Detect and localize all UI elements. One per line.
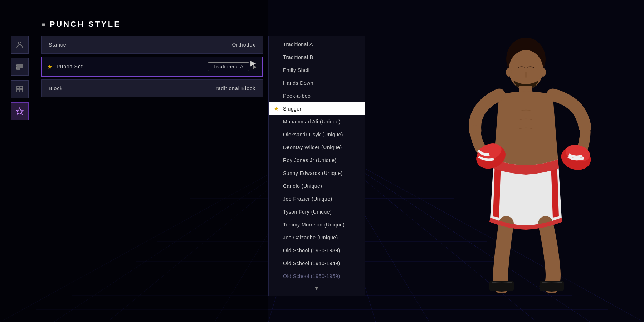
block-value: Traditional Block bbox=[213, 86, 255, 91]
svg-rect-22 bbox=[16, 65, 23, 66]
dropdown-item-hands-down[interactable]: ★ Hands Down bbox=[269, 77, 365, 89]
dropdown-item-tommy-morrison-star: ★ bbox=[274, 222, 279, 228]
dropdown-item-deontay-wilder-label: Deontay Wilder (Unique) bbox=[283, 145, 342, 150]
dropdown-item-muhammad-ali[interactable]: ★ Muhammad Ali (Unique) bbox=[269, 115, 365, 128]
dropdown-item-philly-shell[interactable]: ★ Philly Shell bbox=[269, 64, 365, 77]
dropdown-item-sunny-edwards[interactable]: ★ Sunny Edwards (Unique) bbox=[269, 167, 365, 180]
dropdown-item-roy-jones-jr-label: Roy Jones Jr (Unique) bbox=[283, 157, 337, 163]
main-content: Stance Orthodox ★ Punch Set Traditional … bbox=[41, 36, 263, 100]
dropdown-item-tommy-morrison-label: Tommy Morrison (Unique) bbox=[283, 222, 345, 228]
svg-rect-27 bbox=[17, 89, 19, 92]
menu-icon: ≡ bbox=[41, 20, 47, 29]
svg-rect-25 bbox=[17, 86, 19, 89]
dropdown-item-oleksandr-usyk-star: ★ bbox=[274, 132, 279, 137]
dropdown-item-oleksandr-usyk-label: Oleksandr Usyk (Unique) bbox=[283, 132, 343, 137]
svg-marker-29 bbox=[16, 108, 23, 114]
dropdown-item-canelo-star: ★ bbox=[274, 183, 279, 189]
svg-point-21 bbox=[18, 42, 21, 45]
sidebar-item-style[interactable] bbox=[11, 58, 29, 76]
dropdown-item-muhammad-ali-star: ★ bbox=[274, 119, 279, 125]
dropdown-item-tyson-fury-label: Tyson Fury (Unique) bbox=[283, 209, 332, 215]
sidebar-item-equipment[interactable] bbox=[11, 80, 29, 98]
dropdown-menu: ★ Traditional A ★ Traditional B ★ Philly… bbox=[268, 36, 365, 296]
dropdown-item-old-school-1930-label: Old School (1930-1939) bbox=[283, 248, 340, 253]
stance-value: Orthodox bbox=[232, 42, 255, 48]
dropdown-item-joe-calzaghe-label: Joe Calzaghe (Unique) bbox=[283, 235, 338, 240]
dropdown-item-old-school-1950-label: Old School (1950-1959) bbox=[283, 273, 340, 279]
punch-set-row[interactable]: ★ Punch Set Traditional A ▶ bbox=[41, 57, 263, 77]
dropdown-item-deontay-wilder-star: ★ bbox=[274, 145, 279, 150]
dropdown-item-joe-calzaghe[interactable]: ★ Joe Calzaghe (Unique) bbox=[269, 231, 365, 244]
dropdown-item-old-school-1930[interactable]: ★ Old School (1930-1939) bbox=[269, 244, 365, 257]
dropdown-item-old-school-1950-star: ★ bbox=[274, 273, 279, 279]
dropdown-item-roy-jones-jr-star: ★ bbox=[274, 157, 279, 163]
dropdown-item-canelo-label: Canelo (Unique) bbox=[283, 183, 322, 189]
dropdown-item-sunny-edwards-star: ★ bbox=[274, 170, 279, 176]
dropdown-item-traditional-a-label: Traditional A bbox=[283, 42, 313, 47]
page-title-text: PUNCH STYLE bbox=[50, 20, 121, 29]
nav-arrow-button[interactable]: ▶ bbox=[250, 59, 256, 67]
dropdown-item-slugger[interactable]: ★ Slugger bbox=[269, 102, 365, 115]
stance-row[interactable]: Stance Orthodox bbox=[41, 36, 263, 54]
dropdown-item-old-school-1950[interactable]: ★ Old School (1950-1959) bbox=[269, 270, 365, 283]
dropdown-item-traditional-a[interactable]: ★ Traditional A bbox=[269, 38, 365, 51]
sidebar bbox=[11, 36, 29, 120]
dropdown-item-roy-jones-jr[interactable]: ★ Roy Jones Jr (Unique) bbox=[269, 154, 365, 167]
dropdown-item-joe-frazier-label: Joe Frazier (Unique) bbox=[283, 196, 332, 202]
dropdown-item-old-school-1940[interactable]: ★ Old School (1940-1949) bbox=[269, 257, 365, 270]
dropdown-item-traditional-b-label: Traditional B bbox=[283, 54, 313, 60]
dropdown-item-tommy-morrison[interactable]: ★ Tommy Morrison (Unique) bbox=[269, 218, 365, 231]
dropdown-item-philly-shell-star: ★ bbox=[274, 67, 279, 73]
block-row[interactable]: Block Traditional Block bbox=[41, 79, 263, 97]
dropdown-item-peek-a-boo-star: ★ bbox=[274, 93, 279, 99]
dropdown-item-joe-frazier-star: ★ bbox=[274, 196, 279, 202]
punch-set-star-icon: ★ bbox=[47, 63, 52, 70]
dropdown-item-joe-frazier[interactable]: ★ Joe Frazier (Unique) bbox=[269, 192, 365, 205]
dropdown-item-joe-calzaghe-star: ★ bbox=[274, 235, 279, 240]
dropdown-item-hands-down-star: ★ bbox=[274, 80, 279, 86]
dropdown-item-canelo[interactable]: ★ Canelo (Unique) bbox=[269, 180, 365, 192]
dropdown-item-slugger-star: ★ bbox=[274, 106, 279, 112]
svg-rect-26 bbox=[20, 86, 23, 89]
dropdown-item-old-school-1940-star: ★ bbox=[274, 260, 279, 266]
dropdown-scroll-down[interactable]: ▼ bbox=[269, 283, 365, 294]
page-title: ≡ PUNCH STYLE bbox=[41, 20, 121, 29]
sidebar-item-profile[interactable] bbox=[11, 36, 29, 54]
dropdown-item-hands-down-label: Hands Down bbox=[283, 80, 313, 86]
svg-rect-24 bbox=[16, 68, 20, 69]
dropdown-item-oleksandr-usyk[interactable]: ★ Oleksandr Usyk (Unique) bbox=[269, 128, 365, 141]
dropdown-item-peek-a-boo-label: Peek-a-boo bbox=[283, 93, 311, 99]
svg-rect-23 bbox=[16, 67, 23, 68]
dropdown-item-traditional-a-star: ★ bbox=[274, 42, 279, 47]
sidebar-item-special[interactable] bbox=[11, 102, 29, 120]
dropdown-item-sunny-edwards-label: Sunny Edwards (Unique) bbox=[283, 170, 343, 176]
svg-point-33 bbox=[540, 68, 546, 77]
dropdown-item-old-school-1930-star: ★ bbox=[274, 248, 279, 253]
dropdown-item-philly-shell-label: Philly Shell bbox=[283, 67, 309, 73]
punch-set-label: Punch Set bbox=[57, 64, 208, 69]
dropdown-item-slugger-label: Slugger bbox=[283, 106, 302, 112]
dropdown-item-deontay-wilder[interactable]: ★ Deontay Wilder (Unique) bbox=[269, 141, 365, 154]
dropdown-item-traditional-b[interactable]: ★ Traditional B bbox=[269, 51, 365, 64]
dropdown-item-tyson-fury[interactable]: ★ Tyson Fury (Unique) bbox=[269, 205, 365, 218]
punch-set-value: Traditional A bbox=[208, 62, 249, 71]
dropdown-item-old-school-1940-label: Old School (1940-1949) bbox=[283, 260, 340, 266]
svg-point-31 bbox=[509, 50, 543, 89]
stance-label: Stance bbox=[49, 42, 232, 48]
dropdown-item-traditional-b-star: ★ bbox=[274, 54, 279, 60]
dropdown-item-tyson-fury-star: ★ bbox=[274, 209, 279, 215]
dropdown-item-muhammad-ali-label: Muhammad Ali (Unique) bbox=[283, 119, 341, 125]
boxer-figure bbox=[436, 25, 615, 293]
svg-point-32 bbox=[506, 68, 512, 77]
block-label: Block bbox=[49, 86, 213, 91]
dropdown-item-peek-a-boo[interactable]: ★ Peek-a-boo bbox=[269, 89, 365, 102]
svg-rect-28 bbox=[20, 89, 23, 92]
